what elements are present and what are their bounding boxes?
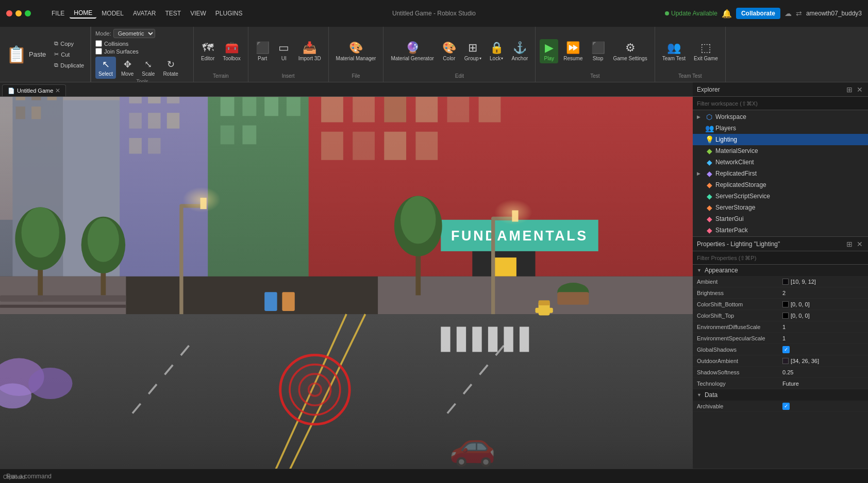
svg-rect-69 xyxy=(457,327,466,352)
explorer-expand-icon[interactable]: ⊞ xyxy=(845,84,854,95)
prop-section-label: Appearance xyxy=(705,267,738,274)
move-button[interactable]: ✥ Move xyxy=(118,57,137,79)
select-button[interactable]: ↖ Select xyxy=(95,57,116,79)
prop-section-appearance[interactable]: ▼ Appearance xyxy=(693,265,868,276)
prop-name: ColorShift_Bottom xyxy=(697,301,782,307)
tree-item-starterplayer[interactable]: ◆StarterPlayer xyxy=(693,236,868,236)
cut-button[interactable]: ✂ Cut xyxy=(51,49,87,59)
minimize-button[interactable] xyxy=(15,10,22,16)
tree-item-icon: 👥 xyxy=(705,124,713,132)
tree-item-replicatedstorage[interactable]: ◆ReplicatedStorage xyxy=(693,179,868,191)
prop-value: Future xyxy=(782,381,864,387)
paste-button[interactable]: 📋 Paste xyxy=(3,44,49,65)
editor-button[interactable]: 🗺 Editor xyxy=(198,39,218,63)
prop-row-environmentdiffusescale: EnvironmentDiffuseScale1 xyxy=(693,321,868,333)
prop-value: [0, 0, 0] xyxy=(782,301,864,307)
explorer-panel: Explorer ⊞ ✕ ▶⬡Workspace👥Players💡Lightin… xyxy=(693,82,868,237)
menu-model[interactable]: MODEL xyxy=(97,9,128,18)
svg-rect-49 xyxy=(415,97,438,122)
svg-rect-8 xyxy=(31,97,41,100)
menu-view[interactable]: VIEW xyxy=(186,9,210,18)
file-section: 🎨 Material Manager File xyxy=(329,27,384,82)
game-settings-button[interactable]: ⚙ Game Settings xyxy=(610,39,650,63)
tab-untitled-game[interactable]: 📄 Untitled Game ✕ xyxy=(2,84,66,96)
properties-close-icon[interactable]: ✕ xyxy=(856,239,864,249)
resume-icon: ⏩ xyxy=(566,41,580,55)
menu-file[interactable]: FILE xyxy=(47,9,69,18)
toolbox-button[interactable]: 🧰 Toolbox xyxy=(220,39,243,63)
close-button[interactable] xyxy=(6,10,12,16)
color-swatch[interactable] xyxy=(782,358,789,364)
team-test-buttons: 👥 Team Test ⬚ Exit Game xyxy=(659,29,721,73)
properties-filter-input[interactable] xyxy=(693,251,868,265)
scale-button[interactable]: ⤡ Scale xyxy=(139,57,158,79)
prop-checkbox[interactable]: ✓ xyxy=(782,403,790,410)
join-surfaces-checkbox[interactable] xyxy=(95,48,102,55)
update-label: Update Available xyxy=(671,10,717,17)
collaborate-button[interactable]: Collaborate xyxy=(736,8,780,19)
svg-point-78 xyxy=(280,355,349,424)
move-icon: ✥ xyxy=(124,59,131,70)
color-swatch[interactable] xyxy=(782,313,789,319)
prop-section-data[interactable]: ▼ Data xyxy=(693,389,868,401)
material-manager-button[interactable]: 🎨 Material Manager xyxy=(333,39,379,63)
tab-close-button[interactable]: ✕ xyxy=(55,87,60,94)
menu-test[interactable]: TEST xyxy=(161,9,185,18)
tree-item-workspace[interactable]: ▶⬡Workspace xyxy=(693,111,868,123)
import3d-button[interactable]: 📥 Import 3D xyxy=(295,39,324,63)
tree-item-startergui[interactable]: ◆StarterGui xyxy=(693,213,868,225)
tree-item-icon: ◆ xyxy=(705,192,713,200)
svg-rect-53 xyxy=(353,132,375,160)
part-label: Part xyxy=(258,56,267,61)
play-button[interactable]: ▶ Play xyxy=(540,39,558,63)
tree-item-lighting[interactable]: 💡Lighting xyxy=(693,134,868,145)
tree-item-serverstorage[interactable]: ◆ServerStorage xyxy=(693,202,868,213)
menu-plugins[interactable]: PLUGINS xyxy=(211,9,247,18)
explorer-close-icon[interactable]: ✕ xyxy=(856,84,864,95)
collisions-checkbox[interactable] xyxy=(95,40,102,47)
update-available[interactable]: Update Available xyxy=(665,10,717,17)
svg-rect-50 xyxy=(447,97,469,122)
part-button[interactable]: ⬛ Part xyxy=(253,39,273,63)
stop-button[interactable]: ⬛ Stop xyxy=(588,39,608,63)
svg-rect-17 xyxy=(148,113,160,129)
prop-value[interactable]: ✓ xyxy=(782,403,864,410)
tree-item-starterpack[interactable]: ◆StarterPack xyxy=(693,225,868,236)
svg-rect-46 xyxy=(321,97,343,122)
explorer-filter-input[interactable] xyxy=(693,97,868,110)
stop-icon: ⬛ xyxy=(591,41,605,55)
material-gen-button[interactable]: 🔮 Material Generator xyxy=(388,39,437,63)
mode-select[interactable]: Geometric xyxy=(113,29,155,38)
tree-item-materialservice[interactable]: ◆MaterialService xyxy=(693,145,868,157)
tree-item-networkclient[interactable]: ◆NetworkClient xyxy=(693,157,868,168)
duplicate-button[interactable]: ⧉ Duplicate xyxy=(51,60,87,70)
copy-button[interactable]: ⧉ Copy xyxy=(51,39,87,48)
svg-text:FUNDAMENTALS: FUNDAMENTALS xyxy=(451,228,588,244)
menu-avatar[interactable]: AVATAR xyxy=(129,9,160,18)
tree-item-replicatedfirst[interactable]: ▶◆ReplicatedFirst xyxy=(693,168,868,179)
maximize-button[interactable] xyxy=(25,10,31,16)
scene-viewport[interactable]: FUNDAMENTALS xyxy=(0,97,693,469)
prop-value: [0, 0, 0] xyxy=(782,313,864,319)
color-swatch[interactable] xyxy=(782,301,789,307)
bell-icon[interactable]: 🔔 xyxy=(722,9,732,19)
resume-button[interactable]: ⏩ Resume xyxy=(560,39,586,63)
tree-item-players[interactable]: 👥Players xyxy=(693,123,868,134)
anchor-button[interactable]: ⚓ Anchor xyxy=(509,39,531,63)
team-test-button[interactable]: 👥 Team Test xyxy=(659,39,689,63)
menu-home[interactable]: HOME xyxy=(70,8,96,19)
color-button[interactable]: 🎨 Color xyxy=(439,39,459,63)
rotate-button[interactable]: ↻ Rotate xyxy=(160,57,181,79)
exit-game-button[interactable]: ⬚ Exit Game xyxy=(691,39,721,63)
lock-button[interactable]: 🔒 Lock ▾ xyxy=(487,39,507,63)
exit-game-icon: ⬚ xyxy=(700,41,711,55)
tree-item-serverscriptservice[interactable]: ◆ServerScriptService xyxy=(693,191,868,202)
stop-label: Stop xyxy=(593,56,604,61)
material-manager-icon: 🎨 xyxy=(349,41,363,55)
prop-value[interactable]: ✓ xyxy=(782,346,864,353)
color-swatch[interactable] xyxy=(782,279,789,285)
group-button[interactable]: ⊞ Group ▾ xyxy=(461,39,485,63)
properties-expand-icon[interactable]: ⊞ xyxy=(845,239,854,249)
ui-button[interactable]: ▭ UI xyxy=(275,39,293,63)
prop-checkbox[interactable]: ✓ xyxy=(782,346,790,353)
